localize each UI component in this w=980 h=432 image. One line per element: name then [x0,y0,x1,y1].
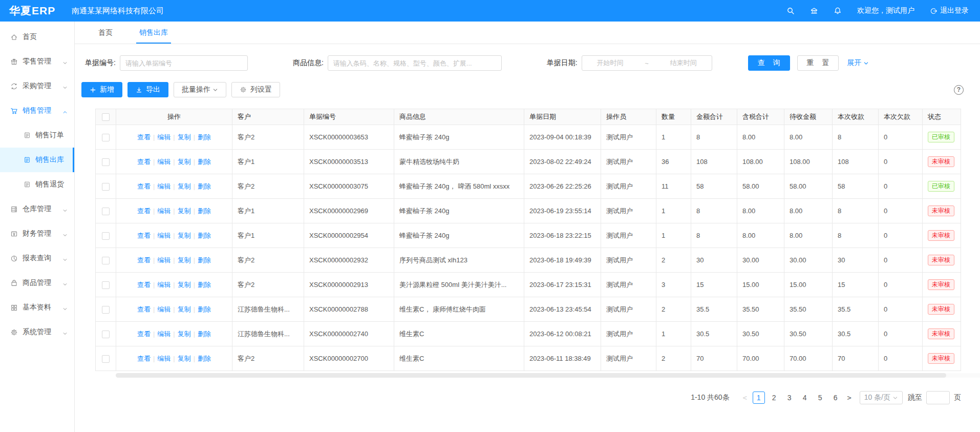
reset-button[interactable]: 重 置 [797,55,839,71]
material-input[interactable] [328,55,502,71]
row-action-view[interactable]: 查看 [137,256,151,264]
row-action-edit[interactable]: 编辑 [157,182,171,190]
add-button[interactable]: 新增 [81,82,122,97]
row-action-view[interactable]: 查看 [137,133,151,141]
row-checkbox[interactable] [102,158,110,166]
chevron-down-icon [62,305,68,310]
row-action-edit[interactable]: 编辑 [157,158,171,166]
scrollbar-thumb[interactable] [116,373,946,378]
row-action-edit[interactable]: 编辑 [157,133,171,141]
sidebar-item-retail[interactable]: 零售管理 [0,49,74,74]
sidebar-item-sales-order[interactable]: 销售订单 [0,123,74,148]
row-action-copy[interactable]: 复制 [178,232,191,239]
next-page-icon[interactable]: > [843,394,856,402]
row-action-delete[interactable]: 删除 [198,182,211,190]
chevron-down-icon [863,60,869,66]
row-action-edit[interactable]: 编辑 [157,232,171,239]
search-button[interactable]: 查 询 [748,55,790,71]
row-action-view[interactable]: 查看 [137,305,151,313]
row-action-delete[interactable]: 删除 [198,281,211,289]
page-number-2[interactable]: 2 [768,392,780,404]
row-action-delete[interactable]: 删除 [198,256,211,264]
row-action-copy[interactable]: 复制 [178,355,191,362]
row-action-copy[interactable]: 复制 [178,281,191,289]
prev-page-icon[interactable]: < [739,394,751,402]
row-checkbox[interactable] [102,208,110,215]
row-action-view[interactable]: 查看 [137,182,151,190]
sidebar-item-sales-return[interactable]: 销售退货 [0,172,74,197]
row-action-edit[interactable]: 编辑 [157,355,171,362]
help-icon[interactable]: ? [954,85,964,95]
row-checkbox[interactable] [102,257,110,264]
row-action-copy[interactable]: 复制 [178,256,191,264]
action-separator: | [194,355,195,362]
sidebar-item-goods[interactable]: 商品管理 [0,271,74,295]
page-number-5[interactable]: 5 [814,392,826,404]
sidebar-item-finance[interactable]: 财务管理 [0,221,74,246]
bell-icon[interactable] [834,7,842,15]
logout-button[interactable]: 退出登录 [930,6,969,15]
row-action-delete[interactable]: 删除 [198,355,211,362]
row-action-view[interactable]: 查看 [137,207,151,215]
sidebar-item-system[interactable]: 系统管理 [0,320,74,344]
sidebar-item-sales-outbound[interactable]: 销售出库 [0,148,74,172]
row-checkbox[interactable] [102,232,110,240]
row-action-delete[interactable]: 删除 [198,232,211,239]
expand-link[interactable]: 展开 [847,58,869,68]
row-action-view[interactable]: 查看 [137,281,151,289]
row-action-edit[interactable]: 编辑 [157,281,171,289]
row-action-copy[interactable]: 复制 [178,330,191,338]
table-row: 查看|编辑|复制|删除客户1XSCK00000002969蜂蜜柚子茶 240g2… [96,199,961,223]
select-all-checkbox[interactable] [102,113,110,121]
row-checkbox[interactable] [102,306,110,314]
row-checkbox[interactable] [102,281,110,289]
sidebar-item-purchase[interactable]: 采购管理 [0,74,74,98]
sidebar-item-warehouse[interactable]: 仓库管理 [0,197,74,221]
row-action-copy[interactable]: 复制 [178,305,191,313]
row-checkbox[interactable] [102,355,110,363]
row-action-copy[interactable]: 复制 [178,182,191,190]
row-checkbox[interactable] [102,331,110,338]
row-action-view[interactable]: 查看 [137,330,151,338]
sidebar-item-sales[interactable]: 销售管理 [0,98,74,123]
tab-sales-outbound[interactable]: 销售出库 [136,22,171,44]
row-action-view[interactable]: 查看 [137,158,151,166]
horizontal-scrollbar[interactable] [116,373,980,378]
tab-home[interactable]: 首页 [95,22,116,44]
top-bar: 华夏ERP 南通某某网络科技有限公司 欢迎您，测试用户 退出登录 [0,0,980,22]
row-action-delete[interactable]: 删除 [198,133,211,141]
row-action-edit[interactable]: 编辑 [157,305,171,313]
date-range-picker[interactable]: 开始时间 ~ 结束时间 [582,55,712,71]
bank-icon[interactable] [810,7,818,15]
batch-operation-button[interactable]: 批量操作 [174,82,226,97]
row-action-delete[interactable]: 删除 [198,158,211,166]
row-action-copy[interactable]: 复制 [178,207,191,215]
sidebar-item-report[interactable]: 报表查询 [0,246,74,271]
page-number-3[interactable]: 3 [783,392,796,404]
row-checkbox[interactable] [102,134,110,141]
export-button[interactable]: 导出 [127,82,168,97]
page-size-select[interactable]: 10 条/页 [860,391,903,404]
row-action-edit[interactable]: 编辑 [157,330,171,338]
row-action-view[interactable]: 查看 [137,232,151,239]
bill-no-input[interactable] [120,55,248,71]
row-action-edit[interactable]: 编辑 [157,256,171,264]
row-action-view[interactable]: 查看 [137,355,151,362]
search-icon[interactable] [786,7,795,15]
sidebar-item-home[interactable]: 首页 [0,25,74,49]
sidebar-item-basic[interactable]: 基本资料 [0,295,74,320]
row-action-copy[interactable]: 复制 [178,133,191,141]
row-action-delete[interactable]: 删除 [198,330,211,338]
page-number-1[interactable]: 1 [753,392,765,404]
column-settings-button[interactable]: 列设置 [231,82,280,97]
row-action-edit[interactable]: 编辑 [157,207,171,215]
system-icon [10,328,18,336]
row-checkbox[interactable] [102,183,110,191]
row-action-copy[interactable]: 复制 [178,158,191,166]
jump-page-input[interactable] [926,391,950,404]
page-number-4[interactable]: 4 [799,392,811,404]
page-number-6[interactable]: 6 [829,392,842,404]
row-action-delete[interactable]: 删除 [198,305,211,313]
cell-bill-no: XSCK00000002788 [304,297,394,322]
row-action-delete[interactable]: 删除 [198,207,211,215]
